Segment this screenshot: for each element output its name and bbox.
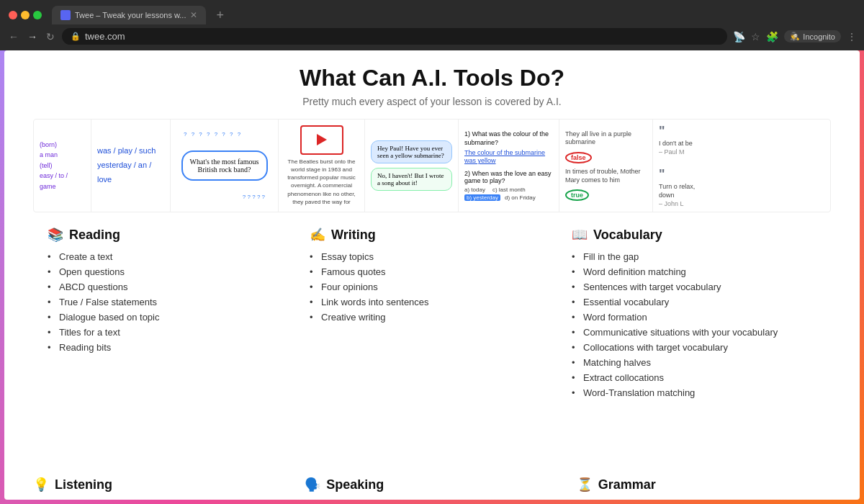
quote-text-1: I don't at be <box>659 139 712 148</box>
mc-question-2: 2) When was the love an easy game to pla… <box>464 170 553 184</box>
minimize-button[interactable] <box>21 11 30 19</box>
lock-icon: 🔒 <box>71 32 81 41</box>
close-button[interactable] <box>9 11 17 19</box>
gap-text-1: was / play / such <box>97 144 164 158</box>
feature-grid: 📚 Reading Create a text Open questions A… <box>33 227 831 402</box>
maximize-button[interactable] <box>33 11 42 19</box>
mc-option-a: a) today <box>464 186 485 193</box>
grammar-heading: ⏳ Grammar <box>577 477 831 492</box>
active-tab[interactable]: Twee – Tweak your lessons w... ✕ <box>52 6 206 24</box>
gap-text-2: yesterday / an / love <box>97 158 164 187</box>
list-item: Open questions <box>48 266 292 277</box>
question-bubble-text: What's the most famous British rock band… <box>190 158 259 174</box>
forward-button[interactable]: → <box>26 30 39 44</box>
grammar-title: Grammar <box>598 477 656 492</box>
speaking-column: 🗣️ Speaking <box>305 477 559 492</box>
list-item: Communicative situations with your vocab… <box>572 327 816 338</box>
question-bubble: What's the most famous British rock band… <box>181 150 268 181</box>
list-item: Word formation <box>572 312 816 323</box>
list-item: Essay topics <box>310 251 554 262</box>
quotes-section: " I don't at be – Paul M " Turn o relax,… <box>653 120 718 212</box>
writing-list: Essay topics Famous quotes Four opinions… <box>310 251 554 323</box>
traffic-lights <box>9 11 42 19</box>
listening-column: 💡 Listening <box>33 477 287 492</box>
writing-title: Writing <box>331 228 376 243</box>
chat-bubble-text-1: Hey Paul! Have you ever seen a yellow su… <box>377 145 444 159</box>
incognito-label: Incognito <box>803 32 835 41</box>
vocabulary-title: Vocabulary <box>593 228 662 243</box>
new-tab-button[interactable]: + <box>212 6 228 24</box>
tf-true-badge: true <box>565 189 589 201</box>
url-text: twee.com <box>85 31 125 42</box>
vocabulary-list: Fill in the gap Word definition matching… <box>572 251 816 398</box>
list-item: Word-Translation matching <box>572 387 816 398</box>
listening-emoji: 💡 <box>33 477 49 492</box>
mc-option-d: d) on Friday <box>505 194 536 201</box>
list-item: Create a text <box>48 251 292 262</box>
tab-close-icon[interactable]: ✕ <box>190 10 197 20</box>
chat-bubble-right: Hey Paul! Have you ever seen a yellow su… <box>371 140 452 163</box>
title-bar: Twee – Tweak your lessons w... ✕ + <box>0 0 864 24</box>
listening-title: Listening <box>55 477 112 492</box>
mc-option-c: c) last month <box>492 186 526 193</box>
list-item: True / False statements <box>48 297 292 307</box>
speaking-emoji: 🗣️ <box>305 477 320 492</box>
writing-column: ✍️ Writing Essay topics Famous quotes Fo… <box>310 227 554 402</box>
list-item: Titles for a text <box>48 327 292 338</box>
incognito-badge: 🕵️ Incognito <box>784 30 841 42</box>
page-content: What Can A.I. Tools Do? Pretty much ever… <box>4 50 860 500</box>
quote-text-2: Turn o relax, down <box>659 182 712 200</box>
bottom-section: 💡 Listening 🗣️ Speaking ⏳ Grammar <box>4 462 860 500</box>
writing-emoji: ✍️ <box>310 227 325 243</box>
more-menu-icon[interactable]: ⋮ <box>847 31 857 42</box>
cast-icon[interactable]: 📡 <box>733 31 745 42</box>
reload-button[interactable]: ↻ <box>45 30 56 44</box>
word-line-1: (born) <box>40 140 85 150</box>
mc-option-b: b) yesterday <box>464 194 500 201</box>
list-item: Matching halves <box>572 357 816 368</box>
list-item: Essential vocabulary <box>572 297 816 307</box>
speaking-title: Speaking <box>326 477 384 492</box>
grammar-emoji: ⏳ <box>577 477 593 492</box>
browser-actions: 📡 ☆ 🧩 🕵️ Incognito ⋮ <box>733 30 857 42</box>
youtube-section: The Beatles burst onto the world stage i… <box>279 120 365 212</box>
question-bubble-section: ? ? ? ? ? ? ? ? ? ? ? ? ? What's the mos… <box>171 120 279 212</box>
grammar-column: ⏳ Grammar <box>577 477 831 492</box>
quote-author-1: – Paul M <box>659 148 712 156</box>
reading-heading: 📚 Reading <box>48 227 292 243</box>
question-marks-bottom: ? ? ? ? ? <box>243 194 265 200</box>
vocabulary-emoji: 📖 <box>572 227 588 243</box>
address-bar-row: ← → ↻ 🔒 twee.com 📡 ☆ 🧩 🕵️ Incognito ⋮ <box>0 24 864 50</box>
list-item: Sentences with target vocabulary <box>572 282 816 292</box>
reading-emoji: 📚 <box>48 227 63 243</box>
tab-title: Twee – Tweak your lessons w... <box>75 11 186 19</box>
tf-false-badge: false <box>565 152 592 163</box>
list-item: Collocations with target vocabulary <box>572 342 816 353</box>
list-item: Famous quotes <box>310 266 554 277</box>
speaking-heading: 🗣️ Speaking <box>305 477 559 492</box>
extensions-icon[interactable]: 🧩 <box>766 31 778 42</box>
list-item: ABCD questions <box>48 282 292 292</box>
list-item: Dialogue based on topic <box>48 312 292 323</box>
writing-heading: ✍️ Writing <box>310 227 554 243</box>
mc-section: 1) What was the colour of the submarine?… <box>459 120 559 212</box>
tf-text-1: They all live in a purple submarine <box>565 130 647 147</box>
back-button[interactable]: ← <box>7 30 20 44</box>
word-line-2: a man <box>40 150 85 160</box>
bookmark-icon[interactable]: ☆ <box>751 31 760 42</box>
dialogue-section: Hey Paul! Have you ever seen a yellow su… <box>365 120 459 212</box>
list-item: Link words into sentences <box>310 297 554 307</box>
play-icon <box>317 134 327 145</box>
tf-text-2: In times of trouble, Mother Mary comes t… <box>565 168 647 184</box>
reading-list: Create a text Open questions ABCD questi… <box>48 251 292 353</box>
mc-answer-1: The colour of the submarine was yellow <box>464 149 553 166</box>
vocabulary-column: 📖 Vocabulary Fill in the gap Word defini… <box>572 227 816 402</box>
youtube-player[interactable] <box>300 125 343 155</box>
gap-fill-section: was / play / such yesterday / an / love <box>91 120 171 212</box>
address-bar[interactable]: 🔒 twee.com <box>62 28 727 45</box>
tab-favicon <box>60 10 71 20</box>
list-item: Extract collocations <box>572 372 816 383</box>
word-order-section: (born) a man (tell) easy / to / game <box>34 120 91 212</box>
list-item: Reading bits <box>48 342 292 353</box>
word-line-4: easy / to / game <box>40 171 85 192</box>
